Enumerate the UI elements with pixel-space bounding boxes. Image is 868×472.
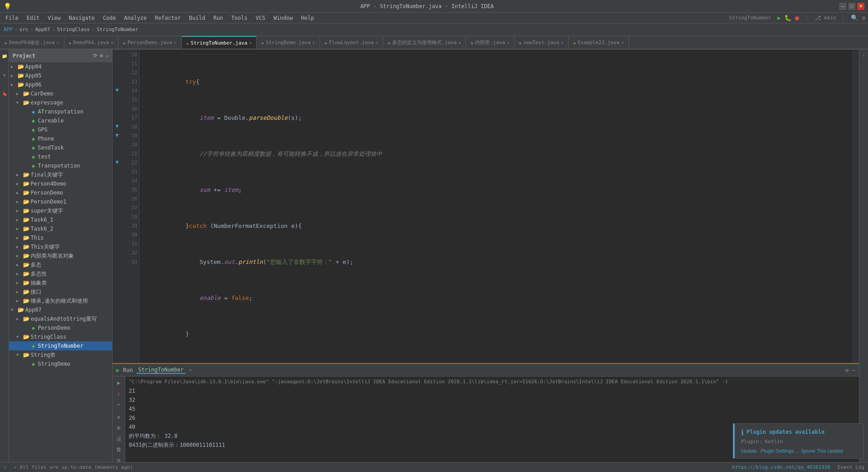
tree-item-polymorphism[interactable]: ▶ 📂 多态 [9,260,112,269]
project-panel-sync[interactable]: ⟳ [93,53,97,59]
run-restart-icon[interactable]: ▶ [114,378,123,387]
code-editor[interactable]: ▼ ▼ ▼ ▼ 10 [113,50,859,363]
tab-polymorphism-def[interactable]: ☕ 多态的定义与使用格式.java ✕ [383,36,466,49]
tree-item-app07[interactable]: ▼ 📂 App07 [9,305,112,314]
tree-item-equalstostring[interactable]: ▶ 📂 equalsAndtoString重写 [9,314,112,323]
tree-item-abstract[interactable]: ▶ 📂 抽象类 [9,278,112,287]
event-log-label[interactable]: Event Log [837,464,864,470]
tree-item-persondemo1[interactable]: ▶ 📂 PersonDemo1 [9,197,112,206]
debug-button[interactable]: 🐛 [783,14,792,22]
menu-run[interactable]: Run [210,14,227,22]
tree-item-task61[interactable]: ▶ 📂 Task6_1 [9,215,112,224]
tab-close-innerclass[interactable]: ✕ [507,40,510,45]
tree-item-persondemo-app07[interactable]: ▶ ● PersonDemo [9,323,112,332]
menu-build[interactable]: Build [185,14,209,22]
menu-analyze[interactable]: Analyze [120,14,150,22]
tab-flowlayout[interactable]: ☕ FlowLayout.java ✕ [320,36,383,49]
tree-item-stringdemo[interactable]: ▶ ● StringDemo [9,359,112,368]
tree-item-inherit[interactable]: ▶ 📂 继承,递矢的格式和使用 [9,296,112,305]
tab-close-newtest[interactable]: ✕ [561,40,564,45]
menu-navigate[interactable]: Navigate [65,14,99,22]
minimize-button[interactable]: – [839,3,846,10]
menu-view[interactable]: View [44,14,64,22]
tree-item-atranspotation[interactable]: ▶ ● ATranspotation [9,107,112,116]
tree-item-careable[interactable]: ▶ ● Careable [9,116,112,125]
breadcrumb-src[interactable]: src [19,27,28,32]
breadcrumb-app[interactable]: APP [4,27,13,32]
run-scroll-icon[interactable]: ⊞ [114,423,123,432]
editor-scrollbar[interactable] [853,50,859,363]
panel-minimize-icon[interactable]: — [852,367,855,373]
tree-item-person4demo[interactable]: ▶ 📂 Person4Demo [9,179,112,188]
tab-close-persondemo[interactable]: ✕ [174,40,176,45]
menu-refactor[interactable]: Refactor [151,14,185,22]
menu-vcs[interactable]: VCS [252,14,269,22]
breadcrumb-app07[interactable]: App07 [35,27,50,32]
plugin-settings-button[interactable]: Plugin Settings... [760,448,798,454]
tree-item-app06[interactable]: ▶ 📂 App06 [9,80,112,89]
tree-item-inneranon[interactable]: ▶ 📂 内部类与匿名对象 [9,251,112,260]
menu-edit[interactable]: Edit [23,14,43,22]
tree-item-polymorphism2[interactable]: ▶ 📂 多态性 [9,269,112,278]
tree-item-phone[interactable]: ▶ ● Phone [9,134,112,143]
tab-close-demop64[interactable]: ✕ [111,40,113,45]
tree-item-persondemo2[interactable]: ▶ 📂 PersonDemo [9,188,112,197]
right-tool-label[interactable]: ⚡ [861,53,866,58]
search-everywhere-icon[interactable]: 🔍 [850,14,859,22]
project-panel-settings[interactable]: ⚙ [100,53,103,59]
tab-innerclass[interactable]: ☕ 内部类.java ✕ [466,36,514,49]
tree-item-stringtonumber[interactable]: ▶ ● StringToNumber [9,341,112,350]
project-icon[interactable]: 📁 [0,51,9,60]
menu-file[interactable]: File [2,14,22,22]
tab-close-flowlayout[interactable]: ✕ [375,40,378,45]
status-url[interactable]: https://blog.csdn.net/qq_40361930 [732,464,831,470]
close-button[interactable]: ✕ [857,3,864,10]
tree-item-gps[interactable]: ▶ ● GPS [9,125,112,134]
menu-code[interactable]: Code [99,14,120,22]
tab-demop64-fix[interactable]: ☕ DemoP64修改.java ✕ [0,36,64,49]
run-filter-icon[interactable]: ≡ [114,413,123,422]
tree-item-final[interactable]: ▶ 📂 final关键字 [9,170,112,179]
tree-item-stringlabel[interactable]: ▼ 📂 String类 [9,350,112,359]
tree-item-sendtask[interactable]: ▶ ● SendTask [9,143,112,152]
tab-example22[interactable]: ☕ Example22.java ✕ [569,36,629,49]
stop-button[interactable]: ■ [794,14,800,22]
tab-persondemo[interactable]: ☕ PersonDemo.java ✕ [118,36,181,49]
tree-item-test[interactable]: ▶ ● test [9,152,112,161]
tree-item-task62[interactable]: ▶ 📂 Task6_2 [9,224,112,233]
tree-item-super[interactable]: ▶ 📂 super关键字 [9,206,112,215]
tab-stringdemo[interactable]: ☕ StringDemo.java ✕ [257,36,320,49]
tab-close-demop64-fix[interactable]: ✕ [57,40,59,45]
plugin-update-button[interactable]: Update [741,448,757,454]
tab-demop64[interactable]: ☕ DemoP64.java ✕ [64,36,119,49]
tree-item-app05[interactable]: ▶ 📂 App05 [9,71,112,80]
breadcrumb-stringclass[interactable]: StringClass [57,27,90,32]
tree-item-stringclass[interactable]: ▼ 📂 StringClass [9,332,112,341]
tab-stringtonumber[interactable]: ☕ StringToNumber.java ✕ [182,36,257,49]
tab-close-example22[interactable]: ✕ [621,40,624,45]
panel-settings-icon[interactable]: ⚙ [845,367,849,373]
breadcrumb-stringtonumber[interactable]: StringToNumber [97,27,139,32]
tab-close-stringtonumber[interactable]: ✕ [249,41,252,45]
tree-item-this-keyword[interactable]: ▶ 📂 This关键字 [9,242,112,251]
project-panel-minimize[interactable]: — [105,53,108,59]
run-stop-icon[interactable]: ↓ [114,389,123,398]
maximize-button[interactable]: □ [848,3,855,10]
code-content[interactable]: try{ item = Double.parseDouble(s); //字符串… [140,50,853,363]
run-button[interactable]: ▶ [777,14,782,22]
menu-tools[interactable]: Tools [228,14,251,22]
run-panel-tab[interactable]: StringToNumber [136,367,185,374]
run-print-icon[interactable]: 🖨 [114,434,123,443]
tree-item-this[interactable]: ▶ 📂 This [9,233,112,242]
plugin-ignore-button[interactable]: Ignore This Update [801,448,843,454]
tree-item-app04[interactable]: ▶ 📂 App04 [9,62,112,71]
structure-icon[interactable]: ≡ [0,70,9,79]
bookmarks-icon[interactable]: 🔖 [0,89,9,98]
tab-newtest[interactable]: ☕ newTest.java ✕ [515,36,569,49]
run-rerun-icon[interactable]: ↩ [114,400,123,409]
menu-window[interactable]: Window [270,14,296,22]
tree-item-interface[interactable]: ▶ 📂 接口 [9,287,112,296]
menu-help[interactable]: Help [298,14,318,22]
run-settings-icon[interactable]: ⚙ [114,456,123,462]
tree-item-cardemo[interactable]: ▶ 📂 CarDemo [9,89,112,98]
